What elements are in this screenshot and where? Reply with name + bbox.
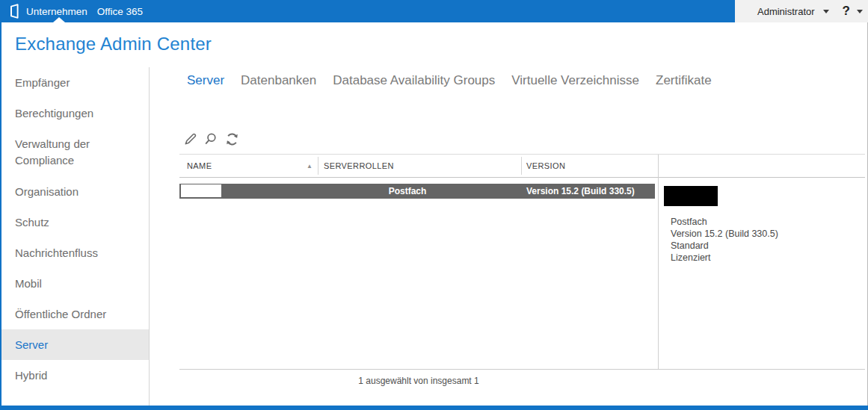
sidebar-item-verwaltung-der-compliance[interactable]: Verwaltung der Compliance: [1, 128, 149, 176]
page-title: Exchange Admin Center: [15, 34, 212, 55]
tab-database-availability-groups[interactable]: Database Availability Groups: [333, 73, 495, 88]
office-logo-icon: [6, 3, 22, 19]
sidebar-item-empfaenger[interactable]: Empfänger: [1, 67, 149, 98]
sidebar-nav: Empfänger Berechtigungen Verwaltung der …: [1, 67, 150, 406]
suite-tab-office365[interactable]: Office 365: [97, 6, 143, 17]
table-row-server-selected[interactable]: Postfach Version 15.2 (Build 330.5): [179, 184, 655, 199]
redacted-server-name-details: [664, 186, 718, 206]
refresh-button[interactable]: [224, 131, 239, 146]
list-toolbar: [182, 131, 239, 146]
refresh-icon: [225, 132, 239, 146]
selection-status-text: 1 ausgewählt von insgesamt 1: [179, 376, 658, 386]
details-lizenz-status: Lizenziert: [671, 252, 778, 264]
suite-bar-tabs: Unternehmen Office 365: [26, 0, 143, 22]
column-header-serverrollen[interactable]: SERVERROLLEN: [324, 155, 394, 177]
window-left-edge: [0, 0, 1, 410]
row-serverrollen-value: Postfach: [363, 184, 452, 199]
sidebar-item-schutz[interactable]: Schutz: [1, 207, 149, 237]
details-pane: Postfach Version 15.2 (Build 330.5) Stan…: [671, 216, 778, 264]
sidebar-item-organisation[interactable]: Organisation: [1, 176, 149, 207]
redacted-server-name-overlay: [181, 184, 221, 197]
details-version: Version 15.2 (Build 330.5): [671, 228, 778, 240]
column-header-version[interactable]: VERSION: [526, 155, 565, 177]
sidebar-item-hybrid[interactable]: Hybrid: [1, 360, 149, 391]
search-icon: [204, 132, 218, 146]
suite-tab-unternehmen[interactable]: Unternehmen: [26, 6, 87, 17]
administrator-menu[interactable]: Administrator: [757, 6, 815, 17]
table-header-row: NAME ▲ SERVERROLLEN VERSION: [179, 154, 865, 178]
tab-zertifikate[interactable]: Zertifikate: [656, 73, 712, 88]
help-caret-icon[interactable]: [857, 10, 863, 13]
tab-virtuelle-verzeichnisse[interactable]: Virtuelle Verzeichnisse: [511, 73, 639, 88]
pencil-icon: [183, 132, 197, 146]
sidebar-item-nachrichtenfluss[interactable]: Nachrichtenfluss: [1, 237, 149, 268]
details-serverrolle: Postfach: [671, 216, 778, 228]
sort-ascending-icon: ▲: [307, 155, 313, 177]
tab-server[interactable]: Server: [187, 73, 224, 88]
sidebar-item-berechtigungen[interactable]: Berechtigungen: [1, 98, 149, 128]
list-bottom-border: [179, 369, 865, 370]
column-divider: [318, 157, 318, 175]
sidebar-item-server[interactable]: Server: [1, 329, 149, 360]
row-version-value: Version 15.2 (Build 330.5): [526, 184, 635, 199]
suite-bar: Unternehmen Office 365 Administrator ?: [0, 0, 868, 22]
details-edition: Standard: [671, 240, 778, 252]
suite-bar-right-area: Administrator ?: [735, 0, 868, 22]
tab-datenbanken[interactable]: Datenbanken: [241, 73, 316, 88]
active-suite-tab-caret: [53, 17, 65, 22]
window-bottom-edge: [0, 406, 868, 410]
help-menu[interactable]: ?: [843, 4, 850, 19]
exchange-admin-center-window: Unternehmen Office 365 Administrator ? E…: [0, 0, 868, 410]
administrator-caret-icon[interactable]: [823, 10, 829, 13]
column-header-name[interactable]: NAME: [187, 155, 212, 177]
column-divider: [521, 157, 522, 175]
sidebar-item-mobil[interactable]: Mobil: [1, 268, 149, 299]
edit-button[interactable]: [182, 131, 197, 146]
search-button[interactable]: [203, 131, 218, 146]
sidebar-item-oeffentliche-ordner[interactable]: Öffentliche Ordner: [1, 299, 149, 329]
details-pane-divider: [658, 155, 659, 369]
content-tabs: Server Datenbanken Database Availability…: [187, 73, 712, 88]
